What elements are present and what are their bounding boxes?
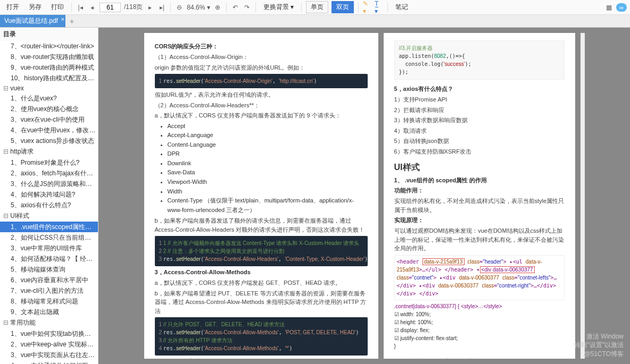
text-tool-icon[interactable]: T̲ ▾ — [375, 3, 383, 12]
outline-item[interactable]: 7、<router-link></router-link> — [0, 41, 98, 52]
paragraph: a，默认情况下，CORS 仅支持客户端向服务器发送如下的 9 个请求头： — [155, 111, 368, 120]
open-button[interactable]: 打开 — [3, 2, 22, 13]
add-tab-button[interactable]: + — [65, 17, 78, 26]
outline-sidebar: 目录 7、<router-link></router-link>8、vue-ro… — [0, 28, 98, 364]
next-page-icon[interactable]: ▸ — [146, 3, 154, 12]
outline-item[interactable]: 3、vuex在vue-cli中的使用 — [0, 114, 98, 125]
list-item: Content-Type （值仅限于 text/plain、multipart/… — [168, 196, 368, 215]
paragraph: 5）自动转换json数据 — [394, 137, 565, 146]
css-rule: ☑ justify-content: flex-start; — [394, 334, 565, 342]
sub-heading: 实现原理： — [394, 216, 565, 224]
zoom-out-icon[interactable]: ⊖ — [175, 3, 184, 12]
outline-item[interactable]: 5、vuex actions异步修改状态 — [0, 136, 98, 146]
list-item: Save-Data — [168, 168, 368, 177]
section-heading: 5，axios有什么特点？ — [394, 85, 565, 93]
css-inspector: .contnet[data-v-00630377] { <style>…</st… — [394, 302, 565, 350]
css-rule: ☑ display: flex; — [394, 326, 565, 334]
outline-item[interactable]: 4、vue中父子组件如何相互调用方… — [0, 360, 98, 364]
file-tab[interactable]: Vue面试题总结.pdf × — [0, 15, 65, 27]
grid-icon[interactable]: ▦ — [604, 3, 613, 12]
page-viewport: CORS的响应头分三种： （1）Access-Control-Allow-Ori… — [98, 28, 630, 364]
outline-item[interactable]: 3、vue中实现页面从右往左侧滑入… — [0, 350, 98, 360]
sub-heading: 功能作用： — [394, 187, 565, 194]
css-rule: } — [394, 342, 565, 350]
list-item: Accept — [168, 122, 368, 131]
zoom-level: 84.6% ▾ — [187, 4, 210, 11]
first-page-icon[interactable]: |◂ — [76, 3, 85, 12]
change-bg-select[interactable]: 更换背景 ▾ — [260, 2, 297, 13]
tab-bar: Vue面试题总结.pdf × + — [0, 15, 630, 28]
paragraph: a，默认情况下，CORS 仅支持客户端发起 GET、POST、HEAD 请求。 — [155, 278, 368, 287]
code-block: 1 res.setHeader('Access-Control-Allow-Or… — [155, 74, 368, 88]
page-input[interactable] — [100, 3, 121, 12]
outline-item[interactable]: 2、如何让CSS只在当前组件中起作… — [0, 232, 98, 243]
outline-item[interactable]: 4、如何适配移动端？【 经典 】 — [0, 253, 98, 264]
code-block: 1 1 // 允许客户端额外向服务器发送 Content-Type 请求头和 X… — [155, 236, 368, 266]
outline-item[interactable]: 1、什么是vuex? — [0, 93, 98, 104]
outline-item[interactable]: 3、什么是JS的同源策略和跨域问… — [0, 179, 98, 189]
list-item: Accept-Language — [168, 131, 368, 140]
outline-item[interactable]: 4、如何解决跨域问题? — [0, 189, 98, 200]
paragraph: 实现组件的私有化，不对全局造成样式污染，表示当前style属性只属于当前模块。 — [394, 197, 565, 214]
outline-item[interactable]: 5、移动端媒体查询 — [0, 264, 98, 275]
paragraph: 1）支持Promise API — [394, 95, 565, 104]
ai-badge[interactable]: ∞ — [616, 3, 627, 12]
outline-item[interactable]: 2、使用vuex的核心概念 — [0, 104, 98, 114]
rotate-right-icon[interactable]: ↷ — [243, 3, 251, 12]
notes-button[interactable]: 笔记 — [392, 2, 411, 13]
toolbar: 打开 另存 打印 |◂ ◂ /118页 ▸ ▸| ⊖ 84.6% ▾ ⊕ ↶ ↷… — [0, 0, 630, 15]
outline-item[interactable]: 5、axios有什么特点? — [0, 200, 98, 210]
outline-item[interactable]: 4、在vue中使用vuex，修改state… — [0, 125, 98, 136]
list-item: Viewport-Width — [168, 177, 368, 187]
code-block: 1 // 只允许 POST、GET、DELETE、HEAD 请求方法 2 res… — [155, 317, 368, 355]
last-page-icon[interactable]: ▸| — [158, 3, 166, 12]
outline-item[interactable]: 2、axios、fetch与ajax有什么区别 — [0, 168, 98, 179]
pencil-icon[interactable]: ✎ ▾ — [363, 3, 371, 12]
css-rule: ☑ width: 100%; — [394, 310, 565, 318]
outline-item[interactable]: 常用功能 — [0, 317, 98, 328]
paragraph: b，如果客户端向服务器发送了额外的请求头信息，则需要在服务器端，通过 Acces… — [155, 216, 368, 234]
css-rule: ☑ height: 100%; — [394, 318, 565, 326]
paragraph: （1）Access-Control-Allow-Origin： — [155, 53, 368, 62]
outline-item[interactable]: 10、history路由模式配置及后台… — [0, 73, 98, 83]
outline-item[interactable]: 2、vue中keep-alive 实现标签页… — [0, 339, 98, 350]
close-tab-icon[interactable]: × — [61, 16, 64, 22]
save-button[interactable]: 另存 — [26, 2, 45, 13]
zoom-in-icon[interactable]: ⊕ — [213, 3, 222, 12]
rotate-left-icon[interactable]: ↶ — [231, 3, 239, 12]
paragraph: b，如果客户端希望通过 PUT、DELETE 等方式请求服务器的资源，则需要在服… — [155, 289, 368, 316]
outline-item[interactable]: 1、.vue组件的scoped属性的作用 — [0, 222, 98, 232]
section-heading: 2、如何让CSS只在当前组件中起作用？ — [394, 358, 565, 359]
dom-inspector: <header data-v-215a9f13 class="header"> … — [394, 255, 565, 300]
outline-item[interactable]: 8、移动端常见样式问题 — [0, 296, 98, 307]
bullet-list: AcceptAccept-LanguageContent-LanguageDPR… — [168, 122, 368, 215]
scrollbar[interactable] — [581, 33, 585, 359]
outline-item[interactable]: 7、vue-cli引入图片的方法 — [0, 285, 98, 296]
outline-item[interactable]: vuex — [0, 83, 98, 93]
double-page-button[interactable]: 双页 — [331, 1, 354, 13]
outline-item[interactable]: 8、vue-router实现路由懒加载 — [0, 52, 98, 62]
single-page-button[interactable]: 单页 — [306, 1, 328, 13]
outline-item[interactable]: UI样式 — [0, 210, 98, 222]
outline-item[interactable]: 3、vue中常用的UI组件库 — [0, 243, 98, 253]
section-heading: CORS的使用方法 — [155, 358, 368, 359]
outline-item[interactable]: 9、vue-router路由的两种模式 — [0, 62, 98, 73]
paragraph: 2）拦截请求和响应 — [394, 106, 565, 115]
paragraph: 假如URL值为*，表示允许来自任何域的请求。 — [155, 90, 368, 99]
outline-item[interactable]: 6、vue内容垂直和水平居中 — [0, 275, 98, 285]
prev-page-icon[interactable]: ◂ — [88, 3, 96, 12]
page-total: /118页 — [124, 3, 143, 12]
outline-item[interactable]: 1、Promise对象是什么? — [0, 157, 98, 168]
outline-item[interactable]: 9、文本超出隐藏 — [0, 307, 98, 317]
sidebar-title: 目录 — [0, 28, 98, 41]
list-item: Content-Language — [168, 140, 368, 150]
print-button[interactable]: 打印 — [48, 2, 67, 13]
outline-item[interactable]: http请求 — [0, 146, 98, 157]
list-item: DPR — [168, 149, 368, 159]
paragraph: 3）转换请求数据和响应数据 — [394, 116, 565, 125]
outline-item[interactable]: 1、vue中如何实现tab切换功能? — [0, 328, 98, 339]
section-heading: 1、 .vue组件的 scoped属性 的作用 — [394, 176, 565, 184]
paragraph: 6）客户端支持防御XSRF攻击 — [394, 147, 565, 156]
list-item: Downlink — [168, 159, 368, 168]
pdf-page-left: CORS的响应头分三种： （1）Access-Control-Allow-Ori… — [144, 33, 378, 359]
